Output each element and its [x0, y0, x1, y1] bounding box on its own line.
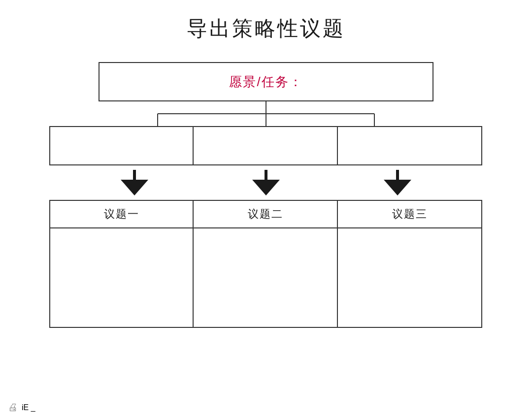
page-title: 导出策略性议题 [187, 15, 345, 42]
issue-body-3[interactable] [338, 228, 481, 327]
issue-col-3[interactable]: 议题三 [338, 200, 482, 328]
vision-label: 愿景/任务： [229, 73, 302, 91]
arrow-shaft-3 [396, 170, 399, 180]
issue-col-2[interactable]: 议题二 [194, 200, 338, 328]
issue-header-2: 议题二 [194, 201, 337, 228]
input-box-1[interactable] [49, 126, 194, 165]
arrow-3 [378, 170, 417, 195]
issue-body-1[interactable] [50, 228, 193, 327]
issue-row: 议题一 议题二 议题三 [49, 200, 483, 328]
arrow-head-1 [121, 180, 148, 195]
issue-header-1: 议题一 [50, 201, 193, 228]
input-box-3[interactable] [338, 126, 482, 165]
arrow-head-3 [384, 180, 411, 195]
arrow-shaft-2 [265, 170, 267, 180]
arrow-head-2 [252, 180, 280, 195]
diagram-container: 愿景/任务： [49, 62, 483, 328]
top-connector [99, 101, 433, 126]
arrow-1 [115, 170, 154, 195]
vision-box[interactable]: 愿景/任务： [99, 62, 433, 101]
arrow-2 [246, 170, 286, 195]
input-boxes-row [49, 126, 483, 165]
arrow-shaft-1 [133, 170, 136, 180]
arrows-row [49, 165, 483, 200]
bottom-area: 🖨 iE _ [0, 398, 532, 417]
issue-body-2[interactable] [194, 228, 337, 327]
issue-col-1[interactable]: 议题一 [49, 200, 194, 328]
watermark-text: iE _ [22, 403, 35, 412]
watermark-icon: 🖨 [8, 402, 18, 413]
issue-header-3: 议题三 [338, 201, 481, 228]
input-box-2[interactable] [194, 126, 338, 165]
